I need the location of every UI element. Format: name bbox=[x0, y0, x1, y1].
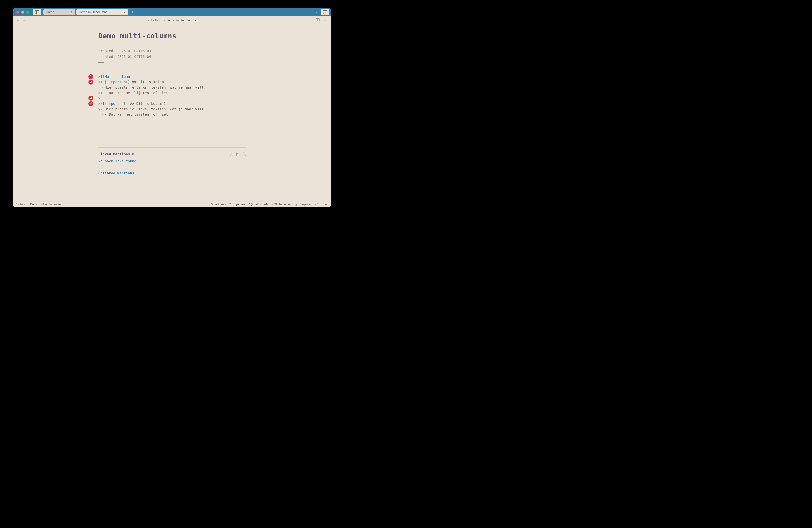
list-icon bbox=[223, 152, 226, 156]
tab-demo-multi-columns[interactable]: Demo multi-columns × bbox=[76, 9, 129, 15]
titlebar-right bbox=[313, 9, 330, 15]
annotation-badge-1: 1 bbox=[88, 74, 93, 79]
close-window-button[interactable] bbox=[16, 11, 19, 14]
annotation-badge-3: 3 bbox=[88, 96, 93, 101]
statusbar-right: 0 backlinks 2 properties 43 words 269 ch… bbox=[211, 203, 329, 206]
linked-mentions-label: Linked mentions bbox=[99, 152, 130, 156]
breadcrumb-file[interactable]: Demo multi-columns bbox=[166, 18, 196, 22]
no-backlinks-message: No backlinks found. bbox=[99, 159, 246, 163]
sidebar-left-icon bbox=[35, 11, 39, 14]
code-line[interactable]: 1>[!Multi-column] bbox=[99, 74, 246, 80]
nav-arrows: ← → bbox=[16, 18, 26, 23]
svg-point-12 bbox=[223, 154, 223, 154]
frontmatter-rule: ——— bbox=[99, 59, 246, 65]
chevron-down-icon bbox=[315, 11, 318, 14]
breadcrumb-sep: / bbox=[148, 18, 149, 22]
traffic-lights bbox=[15, 11, 31, 14]
nav-forward-button[interactable]: → bbox=[23, 18, 26, 23]
sidebar-right-icon bbox=[323, 11, 327, 14]
content-area: Demo multi-columns ——— created: 2025-01-… bbox=[13, 25, 332, 201]
backlinks-section: Linked mentions 0 No bbox=[99, 147, 246, 175]
sort-order-button[interactable] bbox=[236, 152, 239, 156]
tab-home[interactable]: Home bbox=[44, 9, 75, 15]
status-backlinks[interactable]: 0 backlinks bbox=[211, 203, 226, 206]
status-workspace[interactable]: Dagelijks bbox=[295, 203, 312, 206]
linked-mentions-count: 0 bbox=[132, 152, 134, 156]
maximize-window-button[interactable] bbox=[27, 11, 29, 14]
app-window: Home Demo multi-columns × + bbox=[13, 8, 332, 207]
minimize-window-button[interactable] bbox=[21, 11, 25, 14]
titlebar: Home Demo multi-columns × + bbox=[13, 8, 332, 16]
code-line[interactable]: 3> bbox=[99, 96, 246, 101]
document[interactable]: Demo multi-columns ——— created: 2025-01-… bbox=[99, 32, 246, 117]
annotation-badge-2: 2 bbox=[88, 80, 93, 85]
breadcrumb-folder[interactable]: 1 - Inbox bbox=[150, 18, 163, 22]
book-open-icon bbox=[316, 18, 320, 22]
code-line[interactable]: >> Hier plaats je links, teksten, wat je… bbox=[99, 107, 246, 112]
left-sidebar-toggle[interactable] bbox=[33, 9, 42, 15]
close-tab-button[interactable]: × bbox=[124, 10, 126, 15]
annotation-badge-4: 4 bbox=[88, 101, 93, 106]
status-words[interactable]: 43 words bbox=[256, 203, 269, 206]
svg-point-11 bbox=[223, 153, 223, 153]
sort-icon bbox=[236, 152, 239, 156]
svg-rect-5 bbox=[323, 11, 327, 14]
tabs: Home Demo multi-columns × + bbox=[44, 9, 311, 15]
breadcrumb[interactable]: / 1 - Inbox / Demo multi-columns bbox=[148, 18, 196, 22]
check-icon bbox=[315, 203, 319, 206]
expand-vertical-icon bbox=[230, 152, 232, 156]
page-title[interactable]: Demo multi-columns bbox=[99, 32, 246, 40]
svg-point-4 bbox=[71, 12, 72, 13]
svg-rect-0 bbox=[35, 11, 39, 14]
breadcrumb-sep: / bbox=[164, 18, 165, 22]
code-line[interactable]: >> - Dat kan met lijsten, of niet. bbox=[99, 112, 246, 117]
frontmatter-created: created: 2025-01-04T16:03 bbox=[99, 48, 246, 54]
source-mode-icon[interactable] bbox=[249, 203, 253, 206]
breadcrumb-bar: ← → / 1 - Inbox / Demo multi-columns ··· bbox=[13, 16, 332, 25]
tab-label: Demo multi-columns bbox=[79, 11, 107, 14]
code-line[interactable]: >> - Dat kan met lijsten, of niet. bbox=[99, 90, 246, 96]
status-characters[interactable]: 269 characters bbox=[272, 203, 292, 206]
status-git-branch[interactable]: main bbox=[322, 203, 329, 206]
frontmatter-rule: ——— bbox=[99, 43, 246, 48]
search-filter-button[interactable] bbox=[243, 152, 246, 156]
svg-point-13 bbox=[223, 155, 223, 155]
new-tab-button[interactable]: + bbox=[130, 9, 136, 15]
statusbar: 1 - Inbox / Demo multi-columns.md 0 back… bbox=[13, 201, 332, 207]
layout-icon bbox=[295, 203, 298, 206]
nav-back-button[interactable]: ← bbox=[16, 18, 20, 23]
code-line[interactable]: 2>> [!important] ## Dit is kolom 1 bbox=[99, 79, 246, 85]
svg-point-17 bbox=[243, 153, 245, 155]
status-properties[interactable]: 2 properties bbox=[230, 203, 245, 206]
pin-icon bbox=[70, 11, 73, 14]
view-actions: ··· bbox=[316, 18, 328, 23]
sync-status-icon[interactable] bbox=[315, 203, 319, 206]
svg-line-18 bbox=[245, 155, 246, 156]
tab-dropdown-button[interactable] bbox=[313, 9, 319, 15]
code-block[interactable]: 1>[!Multi-column] 2>> [!important] ## Di… bbox=[99, 74, 246, 118]
more-options-button[interactable]: ··· bbox=[323, 18, 328, 23]
unlinked-mentions-header[interactable]: Unlinked mentions bbox=[99, 171, 246, 175]
reading-mode-button[interactable] bbox=[316, 18, 320, 23]
frontmatter[interactable]: ——— created: 2025-01-04T16:03 updated: 2… bbox=[99, 43, 246, 65]
show-more-context-button[interactable] bbox=[230, 152, 232, 156]
right-sidebar-toggle[interactable] bbox=[321, 9, 330, 15]
collapse-results-button[interactable] bbox=[223, 152, 226, 156]
backlinks-toolbar bbox=[223, 152, 246, 156]
frontmatter-updated: updated: 2025-01-04T16:04 bbox=[99, 54, 246, 59]
tab-label: Home bbox=[46, 11, 54, 14]
linked-mentions-header[interactable]: Linked mentions 0 bbox=[99, 152, 246, 156]
statusbar-path[interactable]: 1 - Inbox / Demo multi-columns.md bbox=[16, 203, 62, 206]
search-icon bbox=[243, 152, 246, 156]
code-line[interactable]: 4>>[!important] ## Dit is kolom 2 bbox=[99, 101, 246, 107]
code-line[interactable]: >> Hier plaats je links, teksten, wat je… bbox=[99, 85, 246, 90]
